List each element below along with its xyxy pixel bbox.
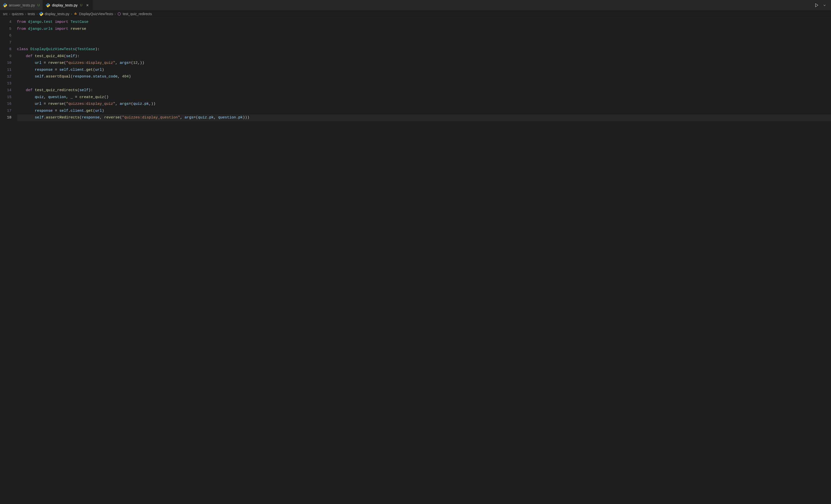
python-icon <box>46 3 50 7</box>
breadcrumb: src › quizzes › tests › display_tests.py… <box>0 10 831 18</box>
code-line[interactable]: from django.urls import reverse <box>17 26 831 32</box>
line-number: 8 <box>0 46 11 53</box>
line-number: 17 <box>0 108 11 115</box>
line-numbers-gutter: 456789101112131415161718 <box>0 18 17 504</box>
python-icon <box>3 3 7 7</box>
code-line[interactable]: url = reverse("quizzes:display_quiz", ar… <box>17 100 831 108</box>
method-icon <box>117 12 121 16</box>
chevron-right-icon: › <box>71 12 72 16</box>
close-icon[interactable] <box>85 3 89 7</box>
code-line[interactable]: self.assertRedirects(response, reverse("… <box>17 114 831 121</box>
line-number: 4 <box>0 19 11 26</box>
line-number: 15 <box>0 94 11 101</box>
line-number: 9 <box>0 53 11 60</box>
vcs-badge: U <box>37 3 40 7</box>
code-line[interactable]: response = self.client.get(url) <box>17 108 831 115</box>
tab-label: answer_tests.py <box>9 3 35 7</box>
tab-answer-tests[interactable]: answer_tests.py U <box>0 0 43 10</box>
line-number: 11 <box>0 66 11 73</box>
tab-label: display_tests.py <box>52 3 78 7</box>
code-line[interactable]: class DisplayQuizViewTests(TestCase): <box>17 46 831 53</box>
line-number: 6 <box>0 32 11 39</box>
line-number: 12 <box>0 73 11 80</box>
breadcrumb-file[interactable]: display_tests.py <box>39 12 69 16</box>
line-number: 13 <box>0 80 11 87</box>
breadcrumb-tests[interactable]: tests <box>28 12 35 16</box>
code-line[interactable]: def test_quiz_404(self): <box>17 53 831 60</box>
breadcrumb-src[interactable]: src <box>3 12 8 16</box>
vcs-badge: U <box>80 3 82 7</box>
python-icon <box>39 12 43 16</box>
line-number: 7 <box>0 39 11 46</box>
chevron-right-icon: › <box>9 12 10 16</box>
chevron-down-icon[interactable] <box>821 2 828 9</box>
line-number: 5 <box>0 26 11 32</box>
tab-bar: answer_tests.py U display_tests.py U <box>0 0 831 10</box>
chevron-right-icon: › <box>114 12 116 16</box>
breadcrumb-method[interactable]: test_quiz_redirects <box>117 12 152 16</box>
tab-display-tests[interactable]: display_tests.py U <box>43 0 93 10</box>
line-number: 10 <box>0 60 11 66</box>
run-icon[interactable] <box>813 2 820 9</box>
code-line[interactable]: quiz, question, _ = create_quiz() <box>17 94 831 101</box>
code-line[interactable]: url = reverse("quizzes:display_quiz", ar… <box>17 60 831 66</box>
code-line[interactable] <box>17 39 831 46</box>
breadcrumb-quizzes[interactable]: quizzes <box>12 12 23 16</box>
code-line[interactable]: def test_quiz_redirects(self): <box>17 87 831 94</box>
editor-container: answer_tests.py U display_tests.py U src… <box>0 0 831 504</box>
line-number: 16 <box>0 100 11 108</box>
code-line[interactable] <box>17 80 831 87</box>
tab-actions <box>813 0 831 10</box>
code-line[interactable] <box>17 32 831 39</box>
chevron-right-icon: › <box>36 12 38 16</box>
code-line[interactable]: from django.test import TestCase <box>17 19 831 26</box>
editor-body: 456789101112131415161718 from django.tes… <box>0 18 831 504</box>
code-area[interactable]: from django.test import TestCasefrom dja… <box>17 18 831 504</box>
line-number: 14 <box>0 87 11 94</box>
chevron-right-icon: › <box>25 12 26 16</box>
code-line[interactable]: response = self.client.get(url) <box>17 66 831 73</box>
breadcrumb-class[interactable]: DisplayQuizViewTests <box>74 12 113 16</box>
line-number: 18 <box>0 114 11 121</box>
code-line[interactable]: self.assertEqual(response.status_code, 4… <box>17 73 831 80</box>
class-icon <box>74 12 78 16</box>
